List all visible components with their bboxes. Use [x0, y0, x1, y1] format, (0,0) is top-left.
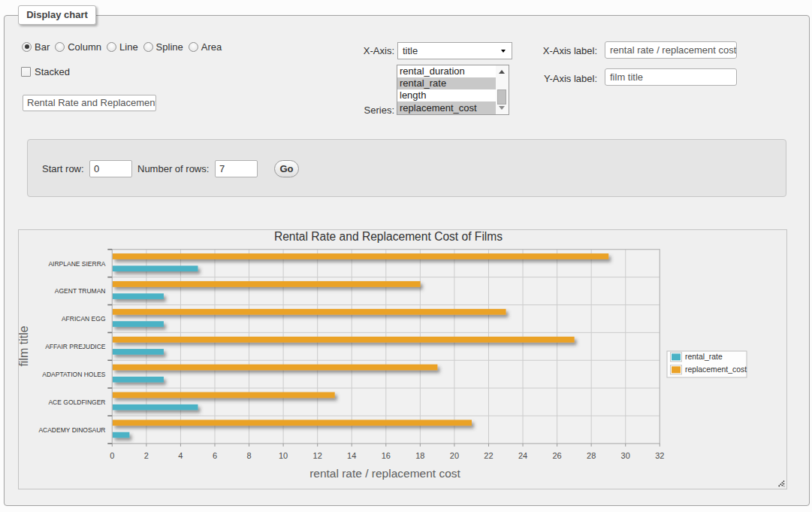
svg-text:12: 12: [313, 451, 322, 460]
svg-text:film title: film title: [19, 326, 30, 366]
svg-text:32: 32: [655, 451, 664, 460]
svg-text:16: 16: [382, 451, 391, 460]
svg-text:rental rate / replacement cost: rental rate / replacement cost: [309, 467, 460, 480]
svg-text:replacement_cost: replacement_cost: [685, 365, 747, 374]
svg-text:AGENT TRUMAN: AGENT TRUMAN: [55, 287, 106, 295]
svg-text:8: 8: [246, 451, 251, 460]
svg-text:ACE GOLDFINGER: ACE GOLDFINGER: [48, 398, 105, 406]
svg-text:AIRPLANE SIERRA: AIRPLANE SIERRA: [48, 260, 105, 268]
svg-text:30: 30: [621, 451, 630, 460]
svg-text:24: 24: [518, 451, 527, 460]
svg-text:0: 0: [110, 451, 114, 460]
svg-text:Rental Rate and Replacement Co: Rental Rate and Replacement Cost of Film…: [274, 230, 503, 243]
svg-text:ACADEMY DINOSAUR: ACADEMY DINOSAUR: [38, 426, 105, 434]
svg-text:26: 26: [552, 451, 561, 460]
svg-text:18: 18: [415, 451, 424, 460]
svg-text:22: 22: [484, 451, 493, 460]
svg-text:rental_rate: rental_rate: [685, 353, 723, 361]
svg-text:2: 2: [144, 451, 149, 460]
svg-text:14: 14: [347, 451, 356, 460]
svg-text:28: 28: [587, 451, 596, 460]
svg-text:6: 6: [213, 451, 217, 460]
svg-text:AFRICAN EGG: AFRICAN EGG: [62, 315, 106, 323]
svg-text:4: 4: [178, 451, 183, 460]
svg-text:ADAPTATION HOLES: ADAPTATION HOLES: [42, 371, 106, 378]
svg-text:20: 20: [450, 451, 459, 460]
svg-text:AFFAIR PREJUDICE: AFFAIR PREJUDICE: [45, 343, 106, 350]
svg-text:10: 10: [279, 451, 288, 460]
